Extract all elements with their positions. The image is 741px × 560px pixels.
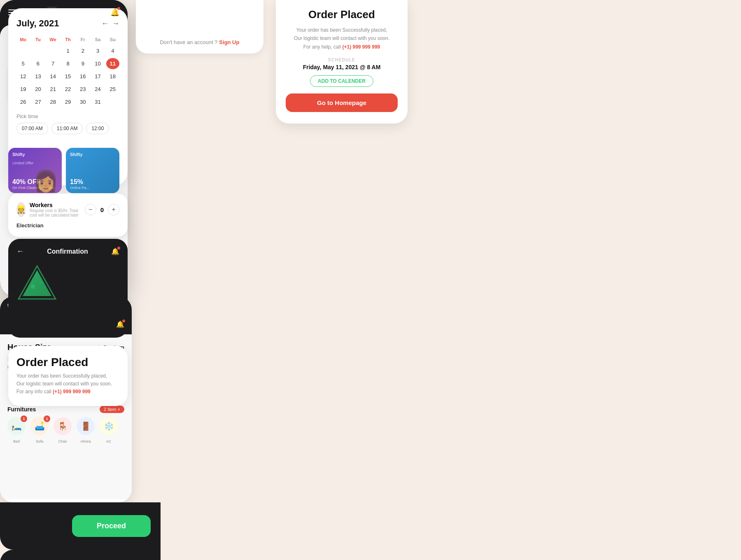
confirmation-back-button[interactable]: ←: [16, 247, 24, 256]
worker-avatar: 👷: [16, 202, 26, 217]
time-chips: 07:00 AM 11:00 AM 12:00: [16, 123, 119, 134]
electrician-label: Electrician: [16, 222, 119, 229]
news-card-1[interactable]: Shifty Limited Offer 40% OFF On First Cl…: [8, 148, 62, 193]
pick-time-label: Pick time: [16, 113, 119, 119]
furniture-bed[interactable]: 🛏️ 1 Bed: [7, 417, 26, 444]
furniture-ac[interactable]: ❄️ AC: [100, 417, 118, 444]
cal-day-23[interactable]: 23: [76, 84, 89, 95]
proceed-button[interactable]: Proceed: [72, 515, 151, 537]
order-placed-bl-desc: Your order has been Successfully placed,…: [16, 372, 119, 396]
cal-day-2[interactable]: 2: [76, 45, 89, 56]
cal-day-empty: [47, 45, 60, 56]
order-placed-ct-phone: (+1) 999 999 999: [342, 44, 380, 50]
cal-day-25[interactable]: 25: [106, 84, 119, 95]
cal-day-5[interactable]: 5: [16, 58, 30, 69]
cal-day-6[interactable]: 6: [31, 58, 44, 69]
cal-prev-button[interactable]: ←: [101, 19, 109, 28]
cal-day-29[interactable]: 29: [61, 96, 75, 107]
confirmation-header: ← Confirmation 🔔: [16, 247, 119, 256]
signup-link[interactable]: Sign Up: [219, 39, 239, 45]
schedule-date: Friday, May 11, 2021 @ 8 AM: [286, 64, 398, 70]
worker-desc: Regular cost is $5/hr. Total cost will b…: [30, 208, 81, 217]
furnitures-title: Furnitures: [7, 406, 36, 413]
cal-next-button[interactable]: →: [112, 19, 119, 28]
ac-icon: ❄️: [100, 417, 118, 435]
cal-day-17[interactable]: 17: [91, 71, 104, 82]
furnitures-count: 2 Item ×: [100, 406, 124, 413]
chair-icon: 🪑: [54, 417, 72, 435]
calendar-grid: Mo Tu We Th Fr Sa Su 1 2 3 4 5 6 7 8 9 1…: [16, 35, 119, 107]
signup-card: Don't have an account ? Sign Up: [136, 0, 263, 54]
hs-bell-icon: 🔔: [116, 320, 124, 328]
cal-day-19[interactable]: 19: [16, 84, 30, 95]
cal-day-22[interactable]: 22: [61, 84, 75, 95]
go-to-homepage-button[interactable]: Go to Homepage: [286, 93, 398, 112]
cal-day-7[interactable]: 7: [47, 58, 60, 69]
furniture-chair[interactable]: 🪑 Chair: [54, 417, 72, 444]
cal-label-su: Su: [106, 35, 119, 44]
cal-day-4[interactable]: 4: [106, 45, 119, 56]
worker-name: Workers: [30, 202, 81, 208]
cal-day-21[interactable]: 21: [47, 84, 60, 95]
sofa-badge: 1: [44, 415, 50, 422]
cal-label-mo: Mo: [16, 35, 30, 44]
proceed-card: Proceed: [0, 502, 161, 550]
cal-day-empty: [31, 45, 44, 56]
time-chip-2[interactable]: 11:00 AM: [51, 123, 83, 134]
cal-label-we: We: [47, 35, 60, 44]
cal-day-14[interactable]: 14: [47, 71, 60, 82]
calendar-month: July, 2021: [16, 18, 59, 29]
cal-day-1[interactable]: 1: [61, 45, 75, 56]
news-card-2[interactable]: Shifty 15% Online Pa...: [66, 148, 119, 193]
cal-day-20[interactable]: 20: [31, 84, 44, 95]
worker-info: Workers Regular cost is $5/hr. Total cos…: [30, 202, 81, 217]
cal-label-fr: Fr: [76, 35, 89, 44]
order-placed-ct-card: Order Placed Your order has been Success…: [276, 0, 408, 124]
svg-point-3: [40, 281, 42, 284]
furniture-sofa[interactable]: 🛋️ 1 Sofa: [30, 417, 49, 444]
news-offer-2: 15% Online Pa...: [70, 178, 89, 190]
cal-day-12[interactable]: 12: [16, 71, 30, 82]
cal-day-3[interactable]: 3: [91, 45, 104, 56]
schedule-label: SCHEDULE: [286, 58, 398, 62]
contact-card: ← Contact Us Contact Us Please choose wh…: [0, 550, 161, 560]
sofa-label: Sofa: [36, 439, 44, 443]
almira-icon: 🚪: [77, 417, 95, 435]
cal-day-27[interactable]: 27: [31, 96, 44, 107]
sofa-icon: 🛋️ 1: [30, 417, 49, 435]
bed-icon: 🛏️ 1: [7, 417, 26, 435]
cal-day-15[interactable]: 15: [61, 71, 75, 82]
cal-day-26[interactable]: 26: [16, 96, 30, 107]
cal-day-24[interactable]: 24: [91, 84, 104, 95]
calendar-nav[interactable]: ← →: [101, 19, 119, 28]
cal-day-empty: [16, 45, 30, 56]
order-placed-bl-title: Order Placed: [16, 356, 119, 369]
cal-day-16[interactable]: 16: [76, 71, 89, 82]
order-placed-ct-desc: Your order has been Successfully placed,…: [286, 26, 398, 51]
time-chip-1[interactable]: 07:00 AM: [16, 123, 48, 134]
worker-row: 👷 Workers Regular cost is $5/hr. Total c…: [16, 202, 119, 217]
time-chip-3[interactable]: 12:00: [86, 123, 109, 134]
cal-day-today[interactable]: 11: [106, 58, 119, 69]
cal-day-30[interactable]: 30: [76, 96, 89, 107]
furniture-almira[interactable]: 🚪 Almira: [77, 417, 95, 444]
cal-day-28[interactable]: 28: [47, 96, 60, 107]
ac-label: AC: [106, 439, 112, 443]
furnitures-section: Furnitures 2 Item × 🛏️ 1 Bed 🛋️ 1 Sof: [7, 406, 124, 444]
cal-day-18[interactable]: 18: [106, 71, 119, 82]
add-to-calendar-button[interactable]: ADD TO CALENDER: [310, 75, 373, 87]
order-placed-bl-phone: (+1) 999 999 999: [53, 389, 91, 394]
cal-day-10[interactable]: 10: [91, 58, 104, 69]
cal-label-th: Th: [61, 35, 75, 44]
triangle-graphic: [16, 264, 58, 301]
cal-day-8[interactable]: 8: [61, 58, 75, 69]
counter-increment[interactable]: +: [108, 204, 119, 215]
furnitures-header: Furnitures 2 Item ×: [7, 406, 124, 413]
counter-decrement[interactable]: −: [85, 204, 96, 215]
cal-day-9[interactable]: 9: [76, 58, 89, 69]
cal-label-tu: Tu: [31, 35, 44, 44]
cal-day-31[interactable]: 31: [91, 96, 104, 107]
counter-value: 0: [100, 206, 104, 213]
order-placed-bl-card: Order Placed Your order has been Success…: [8, 346, 128, 406]
cal-day-13[interactable]: 13: [31, 71, 44, 82]
